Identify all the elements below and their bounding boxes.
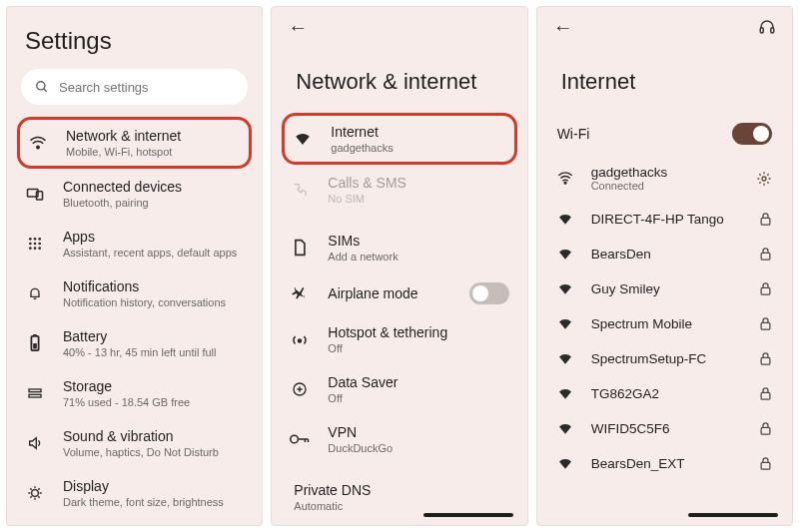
svg-rect-24 (771, 28, 774, 33)
network-item-calls-sms: Calls & SMS No SIM (272, 165, 526, 215)
svg-rect-31 (761, 357, 770, 364)
lock-icon (759, 212, 772, 227)
svg-rect-30 (761, 322, 770, 329)
wifi-icon (557, 317, 575, 330)
svg-rect-18 (29, 394, 41, 397)
wifi-network-name: Guy Smiley (591, 281, 660, 296)
settings-item-network[interactable]: Network & internet Mobile, Wi-Fi, hotspo… (17, 117, 252, 169)
apps-icon (25, 236, 45, 252)
svg-point-5 (29, 238, 32, 241)
lock-icon (759, 281, 772, 296)
svg-point-22 (291, 435, 299, 443)
svg-rect-23 (760, 28, 763, 33)
page-title: Settings (7, 7, 262, 69)
scrollbar[interactable] (688, 513, 778, 517)
wifi-network-item[interactable]: TG862GA2 (537, 376, 792, 411)
battery-icon (25, 334, 45, 352)
airplane-toggle[interactable] (469, 282, 509, 304)
devices-icon (25, 187, 45, 201)
wifi-network-name: DIRECT-4F-HP Tango (591, 212, 724, 227)
wifi-network-item[interactable]: BearsDen (537, 237, 792, 271)
network-item-hotspot[interactable]: Hotspot & tethering Off (272, 314, 526, 364)
wifi-network-item[interactable]: WIFID5C5F6 (537, 411, 792, 446)
wifi-network-item[interactable]: Guy Smiley (537, 271, 792, 306)
wifi-network-name: Spectrum Mobile (591, 316, 692, 331)
page-title: Network & internet (272, 47, 526, 113)
page-title: Internet (537, 47, 792, 113)
wifi-icon (557, 213, 575, 226)
lock-icon (759, 351, 772, 366)
svg-rect-32 (761, 392, 770, 399)
wifi-network-item[interactable]: BearsDen_EXT (537, 446, 792, 481)
settings-item-connected-devices[interactable]: Connected devices Bluetooth, pairing (7, 169, 262, 219)
wifi-icon (557, 282, 575, 295)
display-icon (25, 485, 45, 501)
wifi-network-name: SpectrumSetup-FC (591, 351, 707, 366)
lock-icon (759, 316, 772, 331)
wifi-network-item[interactable]: SpectrumSetup-FC (537, 341, 792, 376)
search-input[interactable] (59, 80, 234, 95)
vpn-icon (290, 433, 310, 445)
wifi-icon (557, 457, 575, 470)
network-item-airplane[interactable]: Airplane mode (272, 272, 526, 314)
bell-icon (25, 285, 45, 301)
wifi-network-item[interactable]: DIRECT-4F-HP Tango (537, 202, 792, 237)
search-box[interactable] (21, 69, 248, 105)
back-button[interactable]: ← (288, 16, 308, 39)
item-title: Network & internet (66, 128, 181, 144)
wifi-icon (557, 172, 575, 185)
phone-icon (290, 182, 310, 198)
svg-point-12 (34, 247, 37, 250)
svg-point-13 (38, 247, 41, 250)
svg-point-10 (38, 243, 41, 246)
wifi-icon (557, 248, 575, 261)
item-sub: Mobile, Wi-Fi, hotspot (66, 146, 181, 158)
wifi-network-item[interactable]: Spectrum Mobile (537, 306, 792, 341)
svg-point-0 (37, 82, 45, 90)
svg-point-11 (29, 247, 32, 250)
wifi-icon (293, 132, 313, 146)
wifi-master-toggle-row[interactable]: Wi-Fi (537, 113, 792, 155)
svg-point-20 (299, 339, 302, 342)
network-item-internet[interactable]: Internet gadgethacks (282, 113, 516, 165)
network-item-private-dns[interactable]: Private DNS Automatic (272, 472, 526, 512)
sound-icon (25, 435, 45, 451)
lock-icon (759, 421, 772, 436)
wifi-icon (557, 422, 575, 435)
svg-rect-34 (761, 462, 770, 469)
network-item-data-saver[interactable]: Data Saver Off (272, 364, 526, 414)
svg-line-1 (44, 89, 47, 92)
wifi-network-name: TG862GA2 (591, 386, 659, 401)
lock-icon (759, 456, 772, 471)
network-item-sims[interactable]: SIMs Add a network (272, 223, 526, 272)
network-item-vpn[interactable]: VPN DuckDuckGo (272, 414, 526, 464)
settings-item-sound[interactable]: Sound & vibration Volume, haptics, Do No… (7, 418, 262, 468)
wifi-network-list: DIRECT-4F-HP TangoBearsDenGuy SmileySpec… (537, 202, 792, 481)
svg-rect-17 (29, 389, 41, 392)
settings-item-battery[interactable]: Battery 40% - 13 hr, 45 min left until f… (7, 318, 262, 368)
settings-item-storage[interactable]: Storage 71% used - 18.54 GB free (7, 368, 262, 418)
settings-item-apps[interactable]: Apps Assistant, recent apps, default app… (7, 219, 262, 268)
svg-point-25 (564, 182, 566, 184)
wifi-toggle[interactable] (732, 123, 772, 145)
hotspot-icon (290, 331, 310, 347)
internet-pane: ← Internet Wi-Fi gadgethacks Connected D… (536, 6, 793, 526)
gear-icon[interactable] (756, 171, 772, 187)
svg-point-7 (38, 238, 41, 241)
scrollbar[interactable] (423, 513, 513, 517)
svg-point-2 (37, 146, 39, 148)
lock-icon (759, 247, 772, 262)
settings-item-notifications[interactable]: Notifications Notification history, conv… (7, 268, 262, 318)
settings-pane: Settings Network & internet Mobile, Wi-F… (6, 6, 263, 526)
settings-item-display[interactable]: Display Dark theme, font size, brightnes… (7, 468, 262, 518)
wifi-connected-network[interactable]: gadgethacks Connected (537, 155, 792, 202)
wifi-icon (28, 136, 48, 150)
svg-rect-29 (761, 287, 770, 294)
data-saver-icon (290, 381, 310, 397)
lock-icon (759, 386, 772, 401)
help-icon[interactable] (758, 18, 776, 36)
svg-rect-27 (761, 218, 770, 225)
back-button[interactable]: ← (553, 16, 573, 39)
wifi-network-name: BearsDen_EXT (591, 456, 685, 471)
sim-icon (290, 239, 310, 257)
